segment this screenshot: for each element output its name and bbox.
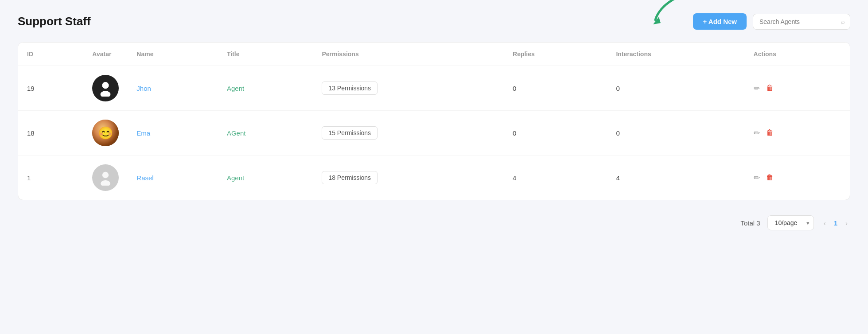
- delete-icon[interactable]: 🗑: [766, 173, 774, 182]
- cell-avatar: [83, 111, 128, 155]
- cell-id: 19: [18, 66, 83, 111]
- current-page: 1: [832, 219, 839, 227]
- cell-replies: 4: [504, 155, 607, 200]
- cell-id: 18: [18, 111, 83, 155]
- permissions-badge[interactable]: 13 Permissions: [322, 82, 378, 95]
- avatar: [92, 164, 119, 191]
- title-text: AGent: [227, 129, 246, 137]
- page-header: Support Staff + Add New ⌕: [18, 13, 850, 30]
- cell-title: Agent: [218, 66, 313, 111]
- cell-permissions: 13 Permissions: [313, 66, 504, 111]
- cell-title: AGent: [218, 111, 313, 155]
- avatar: [92, 75, 119, 101]
- svg-point-1: [102, 82, 109, 89]
- action-icons: ✏ 🗑: [754, 173, 841, 183]
- avatar: [92, 120, 119, 146]
- edit-icon[interactable]: ✏: [754, 173, 760, 183]
- table-header-row: ID Avatar Name Title Permissions Replies…: [18, 43, 850, 66]
- search-input[interactable]: [753, 14, 850, 30]
- staff-table-container: ID Avatar Name Title Permissions Replies…: [18, 42, 850, 200]
- delete-icon[interactable]: 🗑: [766, 128, 774, 137]
- cell-interactions: 0: [607, 111, 744, 155]
- cell-avatar: [83, 155, 128, 200]
- cell-name: Ema: [128, 111, 218, 155]
- cell-avatar: [83, 66, 128, 111]
- svg-marker-0: [653, 17, 661, 24]
- cell-permissions: 15 Permissions: [313, 111, 504, 155]
- col-header-actions: Actions: [745, 43, 850, 66]
- cell-actions: ✏ 🗑: [745, 155, 850, 200]
- title-text: Agent: [227, 174, 244, 182]
- table-row: 1 Rasel Agent 18 Permissions: [18, 155, 850, 200]
- cell-actions: ✏ 🗑: [745, 111, 850, 155]
- name-link[interactable]: Ema: [136, 129, 150, 137]
- col-header-avatar: Avatar: [83, 43, 128, 66]
- svg-point-4: [101, 180, 111, 186]
- search-container: ⌕: [753, 14, 850, 30]
- col-header-title: Title: [218, 43, 313, 66]
- page-title: Support Staff: [18, 15, 91, 28]
- per-page-select[interactable]: 10/page 20/page 50/page: [767, 215, 814, 230]
- cell-name: Rasel: [128, 155, 218, 200]
- name-link[interactable]: Jhon: [136, 85, 151, 92]
- cell-title: Agent: [218, 155, 313, 200]
- table-footer: Total 3 10/page 20/page 50/page ▾ ‹ 1 ›: [18, 211, 850, 235]
- total-count: Total 3: [740, 219, 760, 227]
- header-actions: + Add New ⌕: [693, 13, 850, 30]
- permissions-badge[interactable]: 18 Permissions: [322, 171, 378, 184]
- per-page-wrapper: 10/page 20/page 50/page ▾: [767, 215, 814, 230]
- cell-permissions: 18 Permissions: [313, 155, 504, 200]
- cell-interactions: 4: [607, 155, 744, 200]
- col-header-id: ID: [18, 43, 83, 66]
- staff-table: ID Avatar Name Title Permissions Replies…: [18, 43, 850, 200]
- title-text: Agent: [227, 85, 244, 92]
- next-page-button[interactable]: ›: [843, 217, 850, 229]
- table-row: 18 Ema AGent 15 Permissions 0 0 ✏: [18, 111, 850, 155]
- add-new-button[interactable]: + Add New: [693, 13, 747, 30]
- cell-name: Jhon: [128, 66, 218, 111]
- cell-interactions: 0: [607, 66, 744, 111]
- col-header-replies: Replies: [504, 43, 607, 66]
- permissions-badge[interactable]: 15 Permissions: [322, 126, 378, 140]
- prev-page-button[interactable]: ‹: [821, 217, 829, 229]
- cell-replies: 0: [504, 66, 607, 111]
- action-icons: ✏ 🗑: [754, 84, 841, 93]
- col-header-name: Name: [128, 43, 218, 66]
- cell-replies: 0: [504, 111, 607, 155]
- edit-icon[interactable]: ✏: [754, 84, 760, 93]
- table-row: 19 Jhon Agent 13 Permissions: [18, 66, 850, 111]
- svg-point-2: [101, 91, 111, 97]
- name-link[interactable]: Rasel: [136, 174, 153, 182]
- search-icon: ⌕: [841, 18, 845, 25]
- action-icons: ✏ 🗑: [754, 128, 841, 138]
- svg-point-3: [102, 172, 109, 178]
- cell-actions: ✏ 🗑: [745, 66, 850, 111]
- edit-icon[interactable]: ✏: [754, 128, 760, 138]
- col-header-interactions: Interactions: [607, 43, 744, 66]
- pagination: ‹ 1 ›: [821, 217, 850, 229]
- delete-icon[interactable]: 🗑: [766, 84, 774, 93]
- col-header-permissions: Permissions: [313, 43, 504, 66]
- cell-id: 1: [18, 155, 83, 200]
